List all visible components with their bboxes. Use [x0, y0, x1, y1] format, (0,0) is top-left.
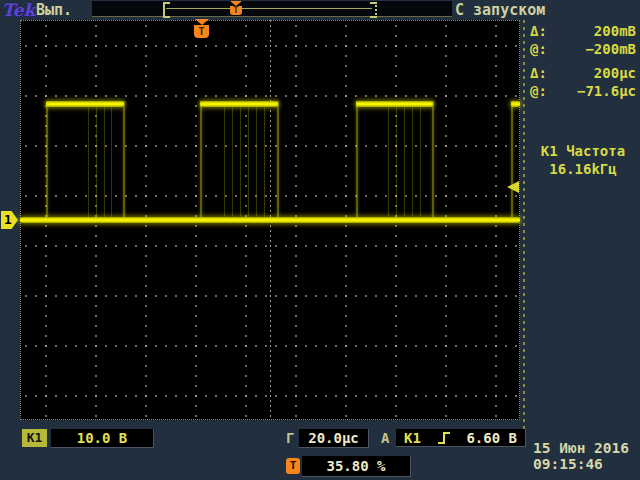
delta-icon: Δ: [530, 22, 547, 40]
trigger-status-label: С запуском [455, 1, 545, 19]
trigger-position-marker-icon: T [194, 19, 210, 38]
record-window-left-bracket [163, 2, 170, 18]
measurement-panel: Δ: 200mВ @: −200mВ Δ: 200µс @: −71.6µс К… [528, 22, 638, 178]
at-icon: @: [530, 40, 547, 58]
frequency-value: 16.16kГц [528, 160, 638, 178]
rising-edge-icon [437, 430, 451, 446]
oscilloscope-screen: Tek Вып. T С запуском T 1 Δ: 200mВ @: −2… [0, 0, 640, 480]
graticule-center-horizontal [20, 220, 520, 221]
trigger-type-label: А [381, 430, 389, 446]
record-trigger-marker-icon: T [230, 1, 242, 15]
trigger-source: К1 [404, 429, 421, 447]
cursor-at-t-row: @: −71.6µс [528, 82, 638, 100]
date-label: 15 Июн 2016 [533, 440, 640, 456]
cursor-delta-v-row: Δ: 200mВ [528, 22, 638, 40]
acquisition-mode-label: Вып. [36, 1, 72, 19]
trigger-holdoff-icon: T [286, 458, 300, 474]
channel1-volts-div-readout: 10.0 В [51, 429, 154, 448]
channel1-badge: К1 [22, 429, 47, 447]
cursor-delta-t-row: Δ: 200µс [528, 64, 638, 82]
cursor-at-t-value: −71.6µс [577, 82, 636, 100]
tek-logo: Tek [2, 0, 35, 20]
trigger-readout: К1 6.60 В [396, 429, 526, 447]
trigger-position-percent: 35.80 % [302, 456, 411, 477]
at-icon: @: [530, 82, 547, 100]
timebase-readout: 20.0µс [299, 429, 369, 448]
side-panel-separator [523, 20, 525, 444]
datetime-readout: 15 Июн 2016 09:15:46 [533, 440, 640, 472]
record-window-right-bracket [370, 2, 377, 18]
record-view-line [166, 8, 372, 9]
channel1-ground-marker: 1 [1, 211, 18, 229]
frequency-readout: К1 Частота 16.16kГц [528, 142, 638, 178]
cursor-delta-v-value: 200mВ [594, 22, 636, 40]
cursor-delta-t-value: 200µс [594, 64, 636, 82]
trigger-level-value: 6.60 В [466, 429, 517, 447]
cursor-at-v-row: @: −200mВ [528, 40, 638, 58]
delta-icon: Δ: [530, 64, 547, 82]
timebase-label: Г [286, 430, 294, 446]
frequency-title: К1 Частота [528, 142, 638, 160]
trigger-level-arrow-icon [507, 181, 519, 193]
time-label: 09:15:46 [533, 456, 640, 472]
cursor-at-v-value: −200mВ [585, 40, 636, 58]
record-view-bar: T [92, 1, 452, 17]
